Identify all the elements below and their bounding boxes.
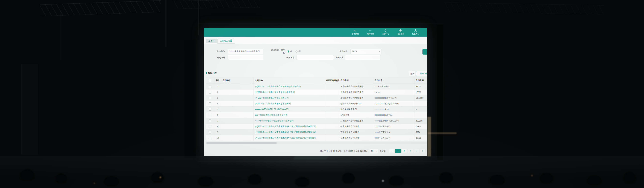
contract-party-cell: xxxx科技有限公司 (373, 135, 414, 141)
audience-head (55, 173, 67, 183)
contract-type-cell: 物资买卖类合同-非电力 (339, 101, 373, 107)
row-index-cell: 9 (214, 129, 221, 135)
crowd-light-dot (531, 175, 533, 176)
columns-toggle-button[interactable]: ▦ ▾ (409, 71, 416, 76)
contract-name-link[interactable]: [外]2024年xxxx供电公司物业服务合同 (255, 97, 289, 99)
crowd-light-dot (160, 176, 161, 178)
row-checkbox[interactable] (209, 114, 211, 116)
contract-code-cell (221, 101, 254, 107)
table-row: 2[外]2023年xxxx供电公司关于房屋的租赁合同后勤服务类合同-租赁服务x … (206, 89, 427, 95)
overdue-cell (325, 112, 339, 118)
audience-head (151, 172, 164, 183)
contract-name-link[interactable]: [外]2024年xxxx供电公司桶装水采购合同 (255, 102, 291, 105)
batch-download-button[interactable]: 批量下载 (416, 71, 427, 76)
row-index-cell: 7 (214, 118, 221, 124)
row-checkbox[interactable] (209, 125, 211, 128)
contract-amount-cell: 0 (414, 107, 427, 112)
include-sub-units-radio-group: 是 否 (287, 50, 300, 53)
contract-type-cell: 17.其他类 (339, 112, 373, 118)
undertaking-unit-input[interactable]: xxxxx电力有限公司xxx供电分公司 (228, 49, 263, 54)
messages-button[interactable]: 消息中心 (380, 29, 390, 35)
contract-name-link[interactable]: [外]2023年xxxx供电公司支撑配电网“两个规划”前期咨询技术有限公司 (255, 131, 316, 133)
contract-code-cell (221, 112, 254, 118)
feedback-label: 问题咨询 (397, 33, 404, 35)
horizontal-scrollbar-thumb[interactable] (206, 142, 277, 144)
contract-party-cell: xxx建设有限公司 (373, 84, 414, 89)
row-select-cell (206, 95, 214, 101)
contract-party-input[interactable] (345, 55, 381, 60)
row-index-cell: 10 (214, 135, 221, 141)
audience-head (490, 174, 505, 185)
contract-code-input[interactable] (228, 55, 263, 60)
col-contract-code: 合同编号 (221, 77, 254, 84)
tab-workbench[interactable]: 工作台 (206, 39, 217, 43)
previous-page-button[interactable]: ‹ (389, 149, 394, 153)
star-icon: ☆ (369, 29, 371, 32)
tab-bar: 工作台 合同综合查询 (204, 37, 427, 44)
row-select-cell (206, 124, 214, 129)
include-sub-units-label: 是否包含下级单位 (270, 49, 285, 54)
contract-name-link[interactable]: [外]2023年xxxx供电公司关于房屋的租赁合同 (255, 91, 295, 93)
row-checkbox[interactable] (209, 85, 211, 88)
tab-close-icon[interactable]: ✕ (230, 38, 232, 41)
switch-identity-button[interactable]: 切换身份 (410, 29, 421, 35)
page-button-5[interactable]: 5 (420, 149, 426, 153)
favorites-label: 我的收藏 (367, 33, 374, 35)
row-checkbox[interactable] (209, 97, 211, 99)
contract-name-link[interactable]: [外]2023年xxxx供电公司支撑配电网“两个规划”前期咨询技术有限公司 (255, 137, 316, 139)
contract-type-cell: 技术服务类合同-其他 (339, 124, 373, 129)
contract-name-input[interactable] (296, 55, 334, 60)
contract-name-cell: [外]2024年xxxx供电公司物业服务合同 (254, 95, 325, 101)
truss-post (60, 10, 62, 60)
stage-truss (173, 0, 260, 9)
font-size-button[interactable]: A⁺ 字体放大 (350, 29, 360, 35)
audience-head (540, 172, 553, 183)
page-button-4[interactable]: 4 (414, 149, 419, 153)
contract-code-cell (221, 107, 254, 112)
radio-yes-label: 是 (290, 50, 292, 53)
favorites-button[interactable]: ☆ 我的收藏 (365, 29, 376, 35)
contract-name-link[interactable]: xxxxx水电开发有限公司（购售电合同） (255, 108, 290, 110)
radio-no[interactable]: 否 (296, 50, 300, 53)
contract-name-cell: [外]2024年xxxx供电公司桶装水采购合同 (254, 101, 325, 107)
section-title: 数据列表 (208, 72, 217, 75)
row-checkbox[interactable] (209, 102, 211, 105)
row-checkbox[interactable] (209, 91, 211, 93)
contract-name-link[interactable]: [外]2023年xxxx供电公司生产营销基地物业维修合同 (255, 85, 301, 88)
horizontal-scrollbar-track (206, 142, 427, 144)
audience-head (20, 169, 34, 180)
contract-name-link[interactable]: [外]2023年xxxx供电公司支撑配电网“两个规划”前期咨询技术有限公司 (255, 125, 316, 128)
select-all-checkbox[interactable] (209, 79, 211, 82)
contract-party-cell: xxxxxxxxxx服务有限公司 (373, 95, 414, 101)
overdue-cell (325, 135, 339, 141)
field-contract-name: 合同名称 (286, 55, 334, 60)
row-select-cell (206, 129, 214, 135)
col-contract-name: 合同名称 (254, 77, 325, 84)
contract-name-cell: [外]2023年xxxx供电公司支撑配电网“两个规划”前期咨询技术有限公司 (254, 124, 325, 129)
page-button-1[interactable]: 1 (395, 149, 401, 153)
feedback-button[interactable]: 问题咨询 (395, 29, 406, 35)
bell-icon (384, 29, 387, 32)
contract-name-link[interactable]: 2023年xxxx供电公司物业管理委托服务合同 (255, 119, 294, 122)
audience-head (624, 171, 636, 183)
row-index-cell: 4 (214, 101, 221, 107)
undertaking-year-select[interactable]: 2023 ▾ (350, 49, 381, 54)
radio-yes[interactable]: 是 (287, 50, 292, 53)
table-body: 1[外]2023年xxxx供电公司生产营销基地物业维修合同后勤服务类合同-物业服… (206, 84, 427, 141)
record-summary: 显示第 1 到第 10 条记录，总共 3344 条记录 每页显示 (320, 150, 368, 153)
row-checkbox[interactable] (209, 137, 211, 139)
contract-name-link[interactable]: 2024年xxxx供电公司桶装水购销合同 (255, 114, 288, 116)
table-row: 62024年xxxx供电公司桶装水购销合同17.其他类xxxxxxxxxx桶装水… (206, 112, 427, 118)
row-checkbox[interactable] (209, 131, 211, 133)
tab-contract-query[interactable]: 合同综合查询 (217, 39, 235, 44)
query-button[interactable] (422, 49, 427, 55)
table-header: 序号 合同编号 合同名称 是否已超履行期 合同类型 合同对方 合同金额 (206, 77, 427, 84)
page-button-2[interactable]: 2 (402, 149, 407, 153)
user-icon (414, 29, 417, 32)
page-size-select[interactable]: 10 ▾ (370, 149, 378, 153)
row-checkbox[interactable] (209, 119, 211, 122)
contract-amount-cell: 45000 (414, 84, 427, 89)
page-button-3[interactable]: 3 (408, 149, 413, 153)
row-checkbox[interactable] (209, 108, 211, 111)
contract-amount-cell: 30769 (414, 135, 427, 141)
